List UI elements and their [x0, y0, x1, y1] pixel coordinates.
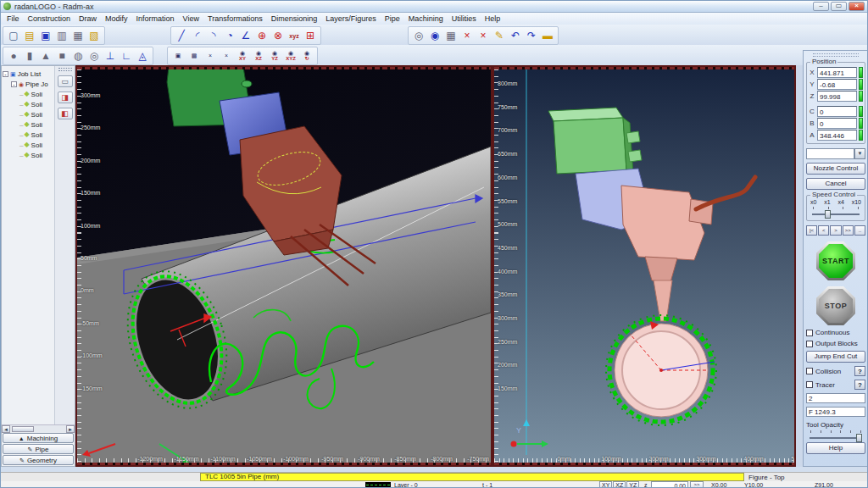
line-icon[interactable]: ╱ — [174, 28, 189, 43]
tree-item-solid[interactable]: – ◆ Soli — [3, 89, 54, 99]
tree-item-solid[interactable]: – ◆ Soli — [3, 119, 54, 130]
tool-opacity-slider[interactable] — [810, 437, 862, 439]
zoom-icon[interactable]: ◎ — [411, 28, 426, 43]
feed-rate-field[interactable]: F 1249.3 — [806, 407, 865, 417]
position-value-field[interactable]: 0 — [817, 118, 857, 129]
paste-icon[interactable]: ▧ — [86, 28, 102, 43]
playback-button[interactable]: > — [830, 225, 841, 236]
position-value-field[interactable]: 0 — [817, 106, 857, 117]
viewport-3d-machining[interactable]: 300mm250mm200mm150mm100mm50mm0mm-50mm-10… — [75, 65, 492, 467]
menu-item[interactable]: Construction — [24, 14, 75, 24]
help-button[interactable]: Help — [806, 442, 865, 454]
start-button[interactable]: START — [816, 241, 855, 280]
menu-item[interactable]: Machining — [404, 14, 448, 24]
view-expand-icon[interactable]: × — [203, 48, 218, 64]
print-icon[interactable]: ▦ — [70, 28, 86, 43]
delete-geometry-icon[interactable]: ⊗ — [270, 28, 286, 43]
panel-splitter[interactable] — [796, 65, 803, 467]
menu-item[interactable]: Transformations — [203, 14, 267, 24]
coordinate-entry-icon[interactable]: xyz — [287, 28, 302, 43]
position-value-field[interactable]: 348.446 — [817, 130, 857, 141]
tree-item-solid[interactable]: – ◆ Soli — [3, 140, 54, 150]
jump-end-cut-button[interactable]: Jump End Cut — [806, 351, 865, 363]
solid-ellipsoid-icon[interactable]: ◍ — [70, 48, 86, 64]
tracer-checkbox[interactable] — [806, 381, 813, 388]
tree-item-solid[interactable]: – ◆ Soli — [3, 99, 54, 109]
solid-sphere-icon[interactable]: ● — [6, 48, 21, 64]
view-xyz-icon[interactable]: ◉ XYZ — [283, 48, 298, 64]
undo-icon[interactable]: ↶ — [508, 28, 523, 43]
menu-item[interactable]: Modify — [101, 14, 132, 24]
menu-item[interactable]: Draw — [75, 14, 101, 24]
speed-slider[interactable] — [812, 214, 860, 215]
dock-view-a-icon[interactable]: ▭ — [58, 75, 73, 87]
view-shrink-icon[interactable]: × — [219, 48, 234, 64]
axis-vertical-icon[interactable]: ⊥ — [103, 48, 118, 64]
menu-item[interactable]: Utilities — [448, 14, 481, 24]
3d-scene-section[interactable]: Y — [494, 67, 796, 465]
axis-horizontal-icon[interactable]: ∟ — [119, 48, 134, 64]
collapse-icon[interactable]: - — [11, 81, 17, 87]
view-cascade-icon[interactable]: ▩ — [186, 48, 202, 64]
playback-button[interactable]: .. — [854, 225, 865, 236]
nozzle-control-button[interactable]: Nozzle Control — [806, 163, 865, 175]
view-rotate-icon[interactable]: ◉ ↻ — [299, 48, 314, 64]
print-list-icon[interactable]: ▥ — [54, 28, 70, 43]
new-icon[interactable]: ▢ — [6, 28, 21, 43]
tree-item-job-list[interactable]: - ▣ Job List — [3, 69, 54, 79]
scroll-left-icon[interactable]: ◄ — [2, 425, 10, 433]
solid-lamp-icon[interactable]: ◬ — [135, 48, 150, 64]
menu-item[interactable]: Dimensioning — [267, 14, 322, 24]
playback-button[interactable]: < — [818, 225, 829, 236]
checkbox[interactable] — [806, 330, 813, 336]
chevron-down-icon[interactable]: ▼ — [854, 148, 865, 159]
playback-button[interactable]: >> — [843, 225, 854, 236]
viewport-section-view[interactable]: Y 800mm750mm700mm650mm600mm550mm500mm450… — [492, 65, 796, 467]
step-button[interactable]: >> — [690, 481, 704, 488]
tree-item-solid[interactable]: – ◆ Soli — [3, 130, 54, 140]
expand-window-icon[interactable]: × — [459, 28, 475, 43]
panel-grip[interactable] — [813, 53, 859, 57]
dock-grip[interactable] — [58, 68, 72, 71]
plane-button[interactable]: XY — [599, 481, 612, 488]
tree-horizontal-scrollbar[interactable]: ◄ ► — [2, 424, 75, 433]
menu-item[interactable]: Information — [132, 14, 179, 24]
position-value-field[interactable]: 441.871 — [817, 67, 857, 78]
cancel-button[interactable]: Cancel — [806, 178, 865, 190]
save-icon[interactable]: ▣ — [38, 28, 53, 43]
menu-item[interactable]: File — [3, 14, 24, 24]
tree-item-pipe-job[interactable]: - ◉ Pipe Jo — [3, 79, 54, 89]
line-style-swatch[interactable] — [365, 482, 391, 488]
arc-three-point-icon[interactable]: ◜ — [190, 28, 205, 43]
geometry[interactable]: ✎ Geometry — [3, 455, 74, 465]
dock-view-c-icon[interactable]: ◧ — [58, 108, 73, 119]
menu-item[interactable]: View — [179, 14, 203, 24]
checkbox[interactable] — [806, 341, 813, 347]
solid-torus-icon[interactable]: ◎ — [86, 48, 102, 64]
shrink-window-icon[interactable]: × — [476, 28, 491, 43]
angle-construction-icon[interactable]: ∠ — [238, 28, 253, 43]
collision-checkbox[interactable] — [806, 368, 813, 374]
erase-icon[interactable]: ▬ — [540, 28, 555, 43]
view-monitor-icon[interactable]: ▣ — [170, 48, 186, 64]
solid-cone-icon[interactable]: ▲ — [38, 48, 53, 64]
circle-direction-icon[interactable]: ⊕ — [254, 28, 270, 43]
snap-grid-icon[interactable]: ⊞ — [303, 28, 318, 43]
speed-slider-thumb[interactable] — [825, 210, 831, 219]
arc-tangent-icon[interactable]: ◝ — [206, 28, 221, 43]
restore-button[interactable]: ▭ — [831, 2, 847, 11]
scroll-right-icon[interactable]: ► — [66, 425, 75, 433]
view-xz-icon[interactable]: ◉ XZ — [251, 48, 266, 64]
collision-help-button[interactable]: ? — [854, 366, 865, 376]
position-value-field[interactable]: 99.998 — [817, 91, 857, 102]
zoom-extents-icon[interactable]: ◉ — [427, 28, 442, 43]
position-value-field[interactable]: -0.68 — [817, 79, 857, 90]
menu-item[interactable]: Help — [481, 14, 505, 24]
tracer-help-button[interactable]: ? — [854, 380, 865, 390]
view-image-icon[interactable]: ▦ — [443, 28, 459, 43]
collapse-icon[interactable]: - — [3, 71, 8, 77]
tree-item-solid[interactable]: – ◆ Soli — [3, 109, 54, 119]
stop-button[interactable]: STOP — [816, 286, 855, 325]
tool-opacity-thumb[interactable] — [856, 434, 862, 442]
tree-item-solid[interactable]: – ◆ Soli — [3, 150, 54, 160]
